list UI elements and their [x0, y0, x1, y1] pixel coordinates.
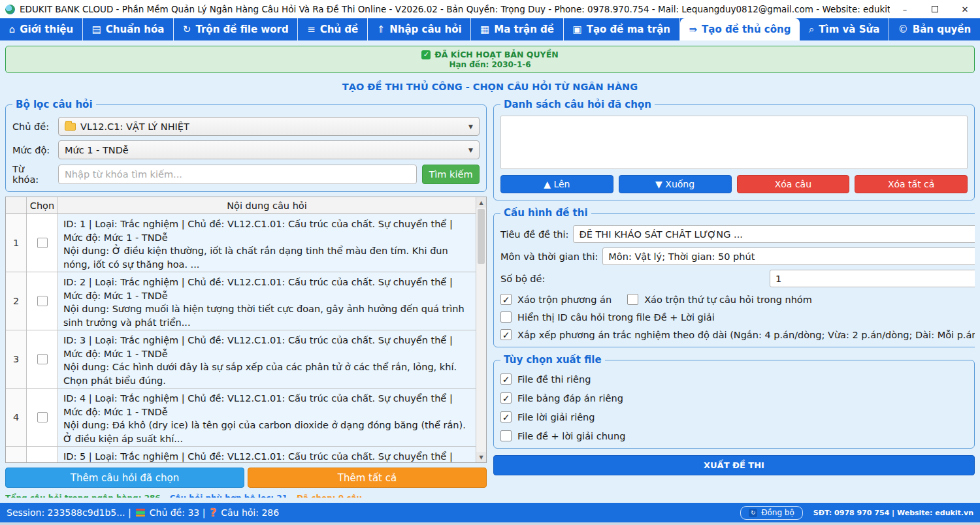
folder-icon	[65, 123, 76, 131]
shuffle-icon: ↻	[183, 24, 191, 35]
filter-panel: Bộ lọc câu hỏi Chủ đề: VL12.C1: VẬT LÝ N…	[5, 99, 487, 192]
statusbar: Session: 233588c9d1b5... | Chủ đề: 33 | …	[0, 503, 980, 522]
separate-solution-file-checkbox[interactable]: ✓ File lời giải riêng	[500, 411, 595, 422]
tab-tim-va-sua[interactable]: ⌕Tìm và Sửa	[800, 18, 889, 40]
license-check-icon: ✓	[421, 50, 431, 59]
keyword-input[interactable]	[58, 165, 417, 184]
export-options-legend: Tùy chọn xuất file	[500, 354, 605, 366]
row-number	[6, 447, 27, 462]
topic-select[interactable]: VL12.C1: VẬT LÝ NHIỆT ▼	[58, 117, 480, 136]
filter-panel-legend: Bộ lọc câu hỏi	[12, 99, 96, 110]
topics-icon: ≡	[307, 24, 316, 35]
table-scrollbar[interactable]: ▲ ▼	[476, 197, 486, 462]
home-icon: ⌂	[9, 24, 16, 35]
tab-tron-de-file-word[interactable]: ↻Trộn đề file word	[174, 18, 298, 40]
search-button[interactable]: Tìm kiếm	[422, 165, 480, 184]
window-controls: – ✕	[890, 0, 980, 18]
tab-chu-de[interactable]: ≡Chủ đề	[298, 18, 368, 40]
table-row[interactable]: 2 ID: 2 | Loại: Trắc nghiệm | Chủ đề: VL…	[6, 272, 476, 330]
sync-button[interactable]: ↻ Đồng bộ	[740, 506, 803, 520]
chevron-down-icon: ▼	[468, 123, 473, 130]
tab-gioi-thieu[interactable]: ⌂Giới thiệu	[0, 18, 83, 40]
export-exam-button[interactable]: XUẤT ĐỀ THI	[493, 455, 975, 475]
maximize-icon	[932, 6, 938, 12]
show-question-id-checkbox[interactable]: Hiển thị ID câu hỏi trong file Đề + Lời …	[500, 311, 715, 323]
tab-ma-tran-de[interactable]: ▦Ma trận đề	[471, 18, 563, 40]
topic-label: Chủ đề:	[12, 121, 53, 132]
shuffle-group-order-checkbox[interactable]: Xáo trộn thứ tự câu hỏi trong nhóm	[627, 294, 812, 305]
question-table: Chọn Nội dung câu hỏi 1 ID: 1 | Loại: Tr…	[5, 197, 487, 463]
contact-info: SĐT: 0978 970 754 | Website: edukit.vn	[813, 509, 973, 517]
exam-sets-label: Số bộ đề:	[500, 274, 765, 284]
window-title: EDUKIT BANK CLOUD - Phần Mềm Quản Lý Ngâ…	[20, 4, 890, 14]
exam-config-legend: Cấu hình đề thi	[500, 207, 591, 219]
scroll-down-icon[interactable]: ▼	[476, 452, 486, 462]
delete-question-button[interactable]: Xóa câu	[737, 175, 850, 193]
level-label: Mức độ:	[12, 145, 53, 155]
add-all-button[interactable]: Thêm tất cả	[248, 468, 487, 488]
total-questions-count: Tổng câu hỏi trong ngân hàng: 286	[5, 494, 161, 498]
app-icon	[5, 5, 15, 14]
right-column: Danh sách câu hỏi đã chọn ▲ Lên ▼ Xuống …	[493, 99, 975, 498]
checkbox-icon: ✓	[500, 329, 512, 340]
export-options-panel: Tùy chọn xuất file ✓ File đề thi riêng ✓…	[493, 354, 975, 449]
checkbox-icon: ✓	[500, 374, 512, 385]
copyright-icon: ©	[898, 24, 908, 35]
checkbox-icon	[500, 311, 512, 323]
question-mark-icon: ?	[210, 506, 216, 519]
scroll-up-icon[interactable]: ▲	[476, 197, 486, 208]
close-button[interactable]: ✕	[950, 0, 980, 18]
move-down-button[interactable]: ▼ Xuống	[619, 175, 732, 193]
scrollbar-thumb[interactable]	[478, 209, 485, 264]
license-banner: ✓ ĐÃ KÍCH HOẠT BẢN QUYỀN Hạn đến: 2030-1…	[5, 46, 975, 73]
keyword-label: Từ khóa:	[12, 164, 53, 185]
selected-questions-listbox[interactable]	[500, 116, 968, 169]
filtered-questions-count: Câu hỏi phù hợp bộ lọc: 21	[170, 494, 287, 498]
question-meta: ID: 4 | Loại: Trắc nghiệm | Chủ đề: VL12…	[63, 392, 470, 419]
row-checkbox[interactable]	[37, 354, 48, 364]
checkbox-icon: ✓	[500, 392, 512, 404]
questions-count: Câu hỏi: 286	[221, 507, 279, 518]
minimize-button[interactable]: –	[890, 0, 920, 18]
checkbox-icon: ✓	[500, 411, 512, 422]
table-row[interactable]: 1 ID: 1 | Loại: Trắc nghiệm | Chủ đề: VL…	[6, 214, 476, 272]
column-header-number	[6, 197, 27, 214]
separate-exam-file-checkbox[interactable]: ✓ File đề thi riêng	[500, 374, 591, 385]
tab-tao-de-thu-cong[interactable]: ⇛Tạo đề thủ công	[680, 18, 800, 40]
delete-all-button[interactable]: Xóa tất cả	[855, 175, 968, 193]
topics-count: Chủ đề: 33 |	[150, 507, 206, 518]
row-checkbox[interactable]	[37, 412, 48, 422]
tab-chuan-hoa[interactable]: ▤Chuẩn hóa	[83, 18, 174, 40]
checkbox-icon: ✓	[500, 294, 512, 305]
maximize-button[interactable]	[920, 0, 950, 18]
tab-tao-de-ma-tran[interactable]: ▣Tạo đề ma trận	[564, 18, 680, 40]
level-select[interactable]: Mức 1 - TNDễ ▼	[58, 140, 480, 159]
exam-sets-input[interactable]	[770, 270, 975, 287]
exam-title-label: Tiêu đề đề thi:	[500, 229, 568, 240]
table-row[interactable]: 3 ID: 3 | Loại: Trắc nghiệm | Chủ đề: VL…	[6, 330, 476, 389]
books-icon	[136, 509, 145, 517]
printer-icon: ▣	[572, 24, 581, 35]
row-number: 1	[6, 214, 27, 272]
titlebar: EDUKIT BANK CLOUD - Phần Mềm Quản Lý Ngâ…	[0, 0, 980, 18]
question-meta: ID: 2 | Loại: Trắc nghiệm | Chủ đề: VL12…	[63, 276, 470, 302]
import-icon: ⇑	[377, 24, 385, 35]
table-row[interactable]: ID: 5 | Loại: Trắc nghiệm | Chủ đề: VL12…	[6, 447, 476, 462]
column-header-content: Nội dung câu hỏi	[58, 197, 476, 214]
separate-answer-key-file-checkbox[interactable]: ✓ File bảng đáp án riêng	[500, 392, 623, 404]
shuffle-answers-checkbox[interactable]: ✓ Xáo trộn phương án	[500, 294, 612, 305]
main-tabbar: ⌂Giới thiệu ▤Chuẩn hóa ↻Trộn đề file wor…	[0, 18, 980, 40]
sort-answers-by-length-checkbox[interactable]: ✓ Xắp xếp phương án trắc nghiệm theo độ …	[500, 329, 975, 340]
tab-ban-quyen[interactable]: ©Bản quyền	[889, 18, 980, 40]
combined-exam-solution-file-checkbox[interactable]: File đề + lời giải chung	[500, 430, 625, 441]
subject-time-input[interactable]	[602, 247, 975, 265]
add-selected-button[interactable]: Thêm câu hỏi đã chọn	[5, 468, 244, 488]
move-up-button[interactable]: ▲ Lên	[500, 175, 613, 193]
tab-nhap-cau-hoi[interactable]: ⇑Nhập câu hỏi	[368, 18, 471, 40]
row-checkbox[interactable]	[37, 296, 48, 306]
table-row[interactable]: 4 ID: 4 | Loại: Trắc nghiệm | Chủ đề: VL…	[6, 389, 476, 447]
exam-title-input[interactable]	[573, 225, 975, 243]
row-checkbox[interactable]	[37, 238, 48, 248]
question-content: Nội dung: Đá khô (dry ice) là tên gọi củ…	[63, 419, 470, 445]
matrix-icon: ▦	[480, 24, 489, 35]
